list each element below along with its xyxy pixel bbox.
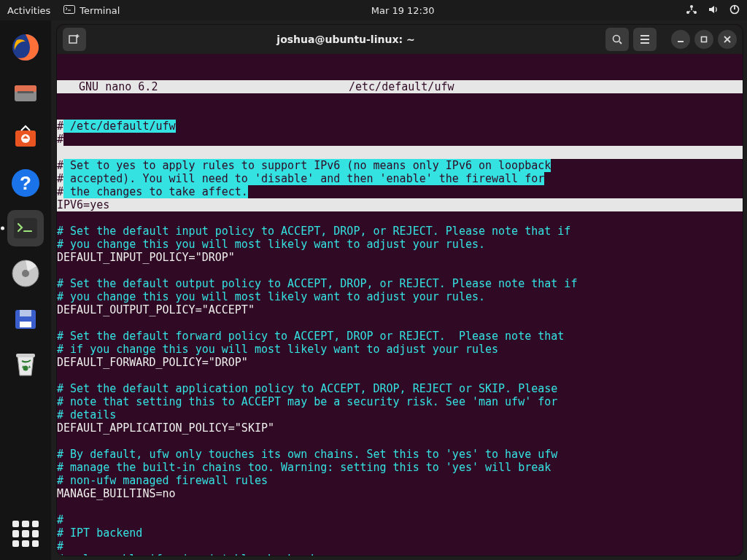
nano-line: # note that setting this to ACCEPT may b… <box>57 395 743 408</box>
nano-line: DEFAULT_APPLICATION_POLICY="SKIP" <box>57 421 743 435</box>
terminal-viewport[interactable]: GNU nano 6.2 /etc/default/ufw # /etc/def… <box>57 54 743 556</box>
nano-line: # Set the default input policy to ACCEPT… <box>57 225 743 238</box>
svg-rect-19 <box>20 310 31 316</box>
svg-point-22 <box>23 366 28 371</box>
svg-point-2 <box>686 11 689 14</box>
clock[interactable]: Mar 19 12:30 <box>371 5 435 16</box>
dock-disk-utility[interactable] <box>7 300 44 337</box>
svg-point-24 <box>613 36 619 42</box>
svg-rect-0 <box>64 5 75 13</box>
dock-terminal[interactable] <box>7 210 44 246</box>
terminal-window: joshua@ubuntu-linux: ~ GNU nano 6.2 /etc… <box>57 25 743 556</box>
top-panel: Activities Terminal Mar 19 12:30 <box>0 0 747 20</box>
nano-line <box>57 264 743 277</box>
nano-line: DEFAULT_OUTPUT_POLICY="ACCEPT" <box>57 303 743 316</box>
svg-point-1 <box>690 5 693 8</box>
new-tab-button[interactable] <box>63 28 86 51</box>
nano-line: # only enable if using iptables backend <box>57 553 743 556</box>
nano-line: MANAGE_BUILTINS=no <box>57 487 743 500</box>
nano-buffer[interactable]: # /etc/default/ufw# # Set to yes to appl… <box>57 120 743 556</box>
volume-icon[interactable] <box>708 4 719 17</box>
nano-line: # /etc/default/ufw <box>57 120 743 133</box>
nano-line: # the changes to take affect. <box>57 185 743 198</box>
activities-button[interactable]: Activities <box>7 5 50 16</box>
nano-line <box>57 435 743 448</box>
nano-line: # if you change this you will most likel… <box>57 343 743 356</box>
titlebar: joshua@ubuntu-linux: ~ <box>57 25 743 54</box>
nano-line: # Set to yes to apply rules to support I… <box>57 159 743 172</box>
nano-line: # details <box>57 408 743 421</box>
svg-rect-21 <box>16 354 35 357</box>
dock: ? <box>0 20 51 560</box>
active-app-label: Terminal <box>80 5 120 16</box>
svg-rect-9 <box>18 91 34 93</box>
svg-rect-8 <box>15 85 36 92</box>
nano-line: # accepted). You will need to 'disable' … <box>57 172 743 185</box>
dock-files[interactable] <box>7 74 44 111</box>
nano-version: GNU nano 6.2 <box>57 80 349 93</box>
active-app-indicator[interactable]: Terminal <box>63 5 120 16</box>
nano-line: # By default, ufw only touches its own c… <box>57 448 743 461</box>
hamburger-menu-button[interactable] <box>633 28 657 51</box>
nano-line: # you change this you will most likely w… <box>57 290 743 303</box>
terminal-icon <box>63 5 75 16</box>
nano-line: # manage the built-in chains too. Warnin… <box>57 461 743 474</box>
maximize-button[interactable] <box>694 30 713 49</box>
dock-disks[interactable] <box>7 255 44 292</box>
nano-line: IPV6=yes <box>57 198 743 211</box>
svg-rect-20 <box>20 322 31 327</box>
nano-line: # Set the default forward policy to ACCE… <box>57 330 743 343</box>
window-title: joshua@ubuntu-linux: ~ <box>276 34 414 45</box>
nano-line: # Set the default application policy to … <box>57 382 743 395</box>
nano-line: # IPT backend <box>57 526 743 540</box>
nano-line <box>57 500 743 513</box>
nano-line: DEFAULT_INPUT_POLICY="DROP" <box>57 251 743 264</box>
search-button[interactable] <box>605 28 629 51</box>
svg-text:?: ? <box>20 172 31 194</box>
dock-software[interactable] <box>7 120 44 156</box>
svg-rect-14 <box>14 218 37 238</box>
svg-line-25 <box>619 42 622 44</box>
svg-rect-30 <box>701 37 706 42</box>
dock-trash[interactable] <box>7 346 44 382</box>
network-icon[interactable] <box>686 4 697 17</box>
nano-titlebar: GNU nano 6.2 /etc/default/ufw <box>57 80 743 93</box>
nano-line <box>57 369 743 382</box>
dock-firefox[interactable] <box>7 29 44 66</box>
nano-line <box>57 146 743 159</box>
nano-line: # <box>57 133 743 146</box>
nano-line: # <box>57 513 743 526</box>
power-icon[interactable] <box>729 4 740 17</box>
close-button[interactable] <box>718 30 737 49</box>
nano-line: # you change this you will most likely w… <box>57 238 743 251</box>
nano-line: # Set the default output policy to ACCEP… <box>57 277 743 290</box>
nano-line: DEFAULT_FORWARD_POLICY="DROP" <box>57 356 743 369</box>
dock-help[interactable]: ? <box>7 165 44 201</box>
minimize-button[interactable] <box>671 30 690 49</box>
nano-line: # <box>57 540 743 553</box>
svg-rect-23 <box>69 36 77 43</box>
nano-filename: /etc/default/ufw <box>349 80 553 93</box>
nano-line <box>57 316 743 330</box>
nano-line <box>57 211 743 225</box>
svg-point-3 <box>694 11 697 14</box>
show-applications-button[interactable] <box>12 521 39 547</box>
nano-line: # non-ufw managed firewall rules <box>57 474 743 487</box>
